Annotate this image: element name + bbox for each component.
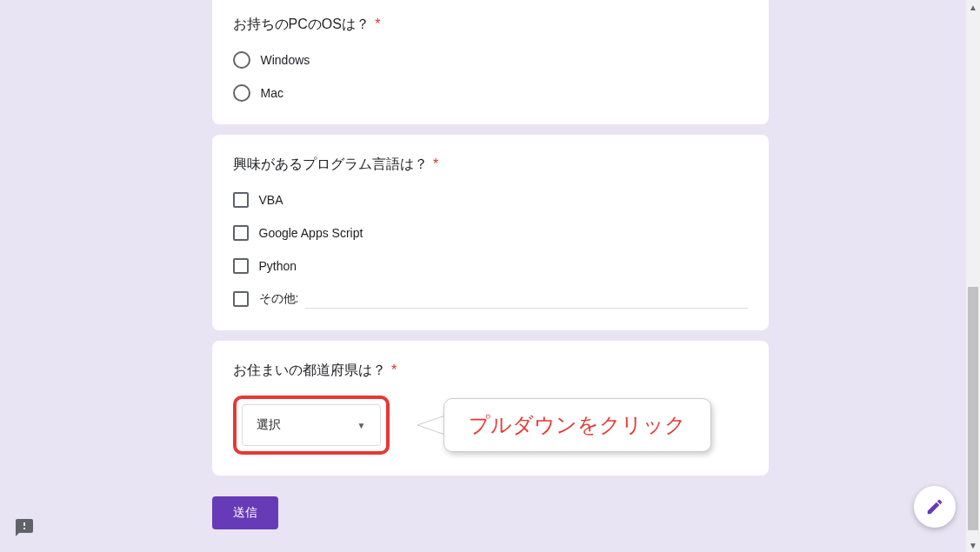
checkbox-option-gas[interactable]: Google Apps Script	[233, 223, 748, 243]
question-language-card: 興味があるプログラム言語は？ * VBA Google Apps Script …	[212, 135, 769, 330]
checkbox-option-python[interactable]: Python	[233, 256, 748, 276]
pencil-icon	[925, 497, 944, 516]
checkbox-icon	[233, 192, 249, 208]
checkbox-icon	[233, 291, 249, 307]
question-language-title: 興味があるプログラム言語は？ *	[233, 156, 748, 174]
question-os-card: お持ちのPCのOSは？ * Windows Mac	[212, 0, 769, 124]
submit-button[interactable]: 送信	[212, 496, 278, 529]
question-prefecture-title: お住まいの都道府県は？ *	[233, 362, 748, 380]
required-star: *	[375, 17, 380, 31]
highlight-annotation: 選択 ▼	[233, 396, 390, 455]
callout-pointer-icon	[416, 412, 445, 438]
radio-label: Windows	[261, 53, 310, 67]
feedback-icon[interactable]	[14, 517, 35, 538]
dropdown-value: 選択	[257, 417, 281, 433]
question-language-title-text: 興味があるプログラム言語は？	[233, 156, 428, 171]
radio-option-mac[interactable]: Mac	[233, 83, 748, 103]
question-prefecture-card: お住まいの都道府県は？ * 選択 ▼ プルダウンをクリック	[212, 341, 769, 476]
question-os-title: お持ちのPCのOSは？ *	[233, 16, 748, 34]
checkbox-label: Python	[259, 259, 297, 273]
checkbox-label: Google Apps Script	[259, 226, 363, 240]
required-star: *	[433, 156, 438, 171]
required-star: *	[391, 362, 397, 377]
checkbox-label: VBA	[259, 193, 283, 207]
prefecture-dropdown[interactable]: 選択 ▼	[242, 404, 381, 446]
scrollbar-thumb[interactable]	[968, 287, 978, 530]
question-prefecture-title-text: お住まいの都道府県は？	[233, 362, 386, 377]
callout-annotation: プルダウンをクリック	[416, 398, 711, 452]
scrollbar-track[interactable]: ▲ ▼	[966, 0, 980, 552]
checkbox-option-vba[interactable]: VBA	[233, 190, 748, 210]
checkbox-icon	[233, 225, 249, 241]
caret-down-icon: ▼	[357, 421, 366, 430]
radio-option-windows[interactable]: Windows	[233, 50, 748, 70]
edit-fab-button[interactable]	[914, 486, 956, 528]
checkbox-option-other[interactable]: その他:	[233, 289, 748, 309]
radio-label: Mac	[261, 86, 283, 100]
radio-icon	[233, 84, 250, 102]
checkbox-icon	[233, 258, 249, 274]
other-input[interactable]	[305, 290, 747, 309]
checkbox-label-other: その他:	[259, 291, 299, 307]
radio-icon	[233, 51, 250, 69]
scroll-up-icon[interactable]: ▲	[966, 0, 980, 14]
question-os-title-text: お持ちのPCのOSは？	[233, 17, 370, 31]
callout-text: プルダウンをクリック	[443, 398, 711, 452]
scroll-down-icon[interactable]: ▼	[966, 538, 980, 552]
